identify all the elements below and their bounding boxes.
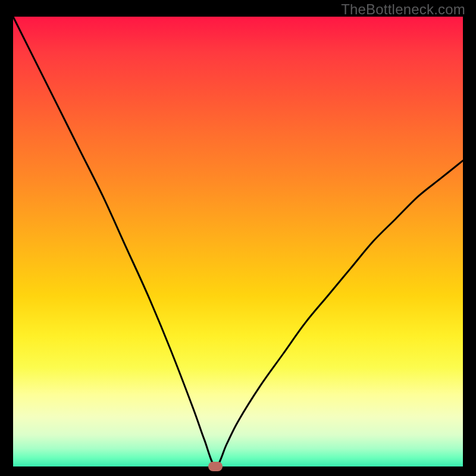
watermark-text: TheBottleneck.com <box>341 1 465 18</box>
bottleneck-curve <box>13 17 463 466</box>
plot-area <box>13 17 463 466</box>
chart-frame: TheBottleneck.com <box>0 0 476 476</box>
optimum-marker <box>208 462 223 471</box>
